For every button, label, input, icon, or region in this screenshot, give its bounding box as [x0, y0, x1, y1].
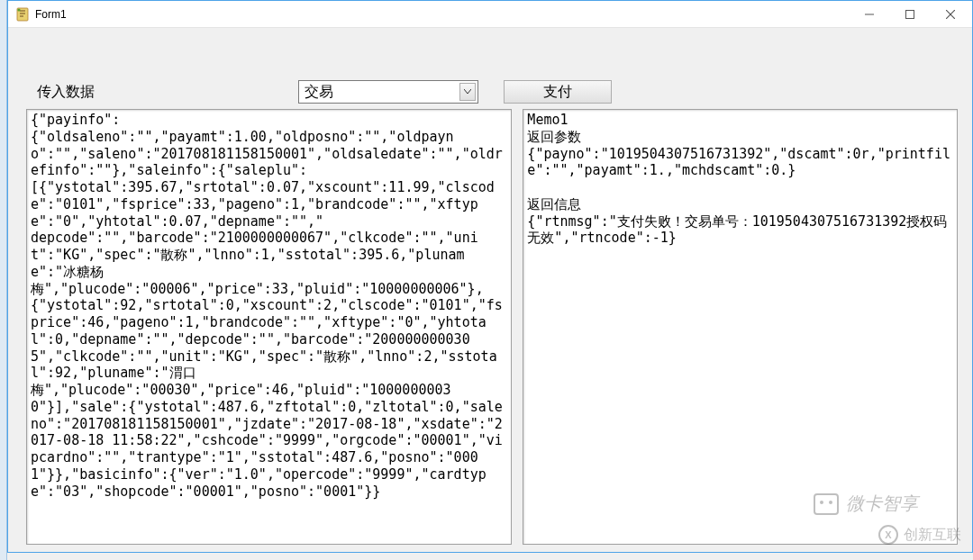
trade-type-value: 交易 — [305, 83, 333, 102]
close-button[interactable] — [930, 1, 970, 27]
client-area: 传入数据 交易 支付 {"payinfo": {"oldsaleno":"","… — [8, 28, 972, 552]
minimize-button[interactable] — [849, 1, 889, 27]
outer-left-edge — [0, 0, 7, 560]
memo-panels: {"payinfo": {"oldsaleno":"","payamt":1.0… — [26, 109, 958, 545]
trade-type-select[interactable]: 交易 — [298, 80, 478, 104]
window-title: Form1 — [35, 8, 849, 21]
pay-button[interactable]: 支付 — [504, 80, 612, 104]
input-memo[interactable]: {"payinfo": {"oldsaleno":"","payamt":1.0… — [26, 109, 512, 545]
top-controls: 传入数据 交易 支付 — [37, 80, 958, 104]
titlebar-buttons — [849, 1, 970, 27]
svg-point-1 — [17, 8, 20, 11]
output-memo[interactable]: Memo1 返回参数 {"payno":"1019504307516731392… — [523, 109, 958, 545]
titlebar[interactable]: Form1 — [8, 1, 972, 28]
main-window: Form1 传入数据 交易 支付 — [7, 0, 973, 553]
pay-button-label: 支付 — [543, 83, 572, 102]
maximize-button[interactable] — [889, 1, 930, 27]
chevron-down-icon — [459, 83, 476, 101]
svg-rect-3 — [905, 10, 914, 18]
app-icon — [15, 7, 30, 22]
input-label: 传入数据 — [37, 83, 298, 102]
